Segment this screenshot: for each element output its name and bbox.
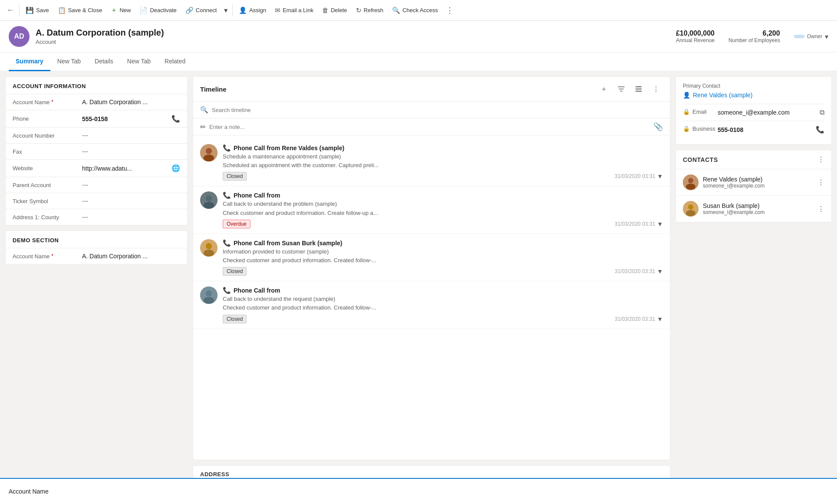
- field-value-fax[interactable]: ---: [82, 148, 180, 155]
- field-value-address-county[interactable]: ---: [82, 214, 180, 221]
- tab-newtab1[interactable]: New Tab: [50, 53, 88, 71]
- tab-details[interactable]: Details: [88, 53, 120, 71]
- contact-row-more-susan[interactable]: ⋮: [817, 205, 824, 213]
- field-value-ticker-symbol[interactable]: ---: [82, 198, 180, 204]
- website-icon[interactable]: 🌐: [171, 164, 180, 172]
- field-label-fax: Fax: [13, 148, 82, 155]
- timeline-search-bar: 🔍: [193, 102, 670, 119]
- new-button[interactable]: ＋ New: [106, 3, 135, 17]
- contact-info-rene: Rene Valdes (sample) someone_i@example.c…: [703, 176, 813, 189]
- account-info-header: ACCOUNT INFORMATION: [6, 77, 187, 94]
- field-value-account-name[interactable]: A. Datum Corporation ...: [82, 99, 180, 105]
- contacts-more-button[interactable]: ⋮: [817, 155, 824, 164]
- phone-call-icon2: 📞: [223, 191, 231, 199]
- timeline-header: Timeline ＋ ⋮: [193, 77, 670, 102]
- expand-chevron2[interactable]: ▼: [657, 221, 663, 227]
- timeline-avatar-susan: [200, 239, 217, 257]
- annual-revenue-value: £10,000,000: [676, 30, 715, 37]
- email-link-button[interactable]: ✉ Email a Link: [270, 4, 318, 17]
- expand-chevron3[interactable]: ▼: [657, 268, 663, 275]
- refresh-button[interactable]: ↻ Refresh: [352, 4, 388, 17]
- expand-chevron4[interactable]: ▼: [657, 316, 663, 323]
- field-phone: Phone 555-0158 📞: [6, 110, 187, 127]
- phone-call-icon4: 📞: [223, 287, 231, 294]
- delete-button[interactable]: 🗑 Delete: [318, 4, 352, 16]
- timeline-list-button[interactable]: [632, 82, 646, 96]
- employees-value: 6,200: [728, 30, 780, 37]
- call-business-button[interactable]: 📞: [816, 125, 824, 134]
- note-input[interactable]: [209, 124, 650, 130]
- employees-label: Number of Employees: [728, 37, 780, 43]
- check-access-icon: 🔍: [392, 7, 400, 14]
- field-account-name: Account Name * A. Datum Corporation ...: [6, 94, 187, 110]
- avatar: AD: [9, 26, 30, 47]
- deactivate-button[interactable]: 📄 Deactivate: [135, 4, 181, 17]
- timeline-item-footer: Closed 31/03/2020 03:31 ▼: [223, 315, 663, 323]
- timeline-more-button[interactable]: ⋮: [649, 82, 663, 96]
- owner-pill[interactable]: [794, 35, 804, 38]
- field-label-demo-account-name: Account Name *: [13, 253, 82, 260]
- right-panel: Primary Contact 👤 Rene Valdes (sample) 🔒…: [676, 76, 832, 483]
- assign-button[interactable]: 👤 Assign: [234, 4, 270, 17]
- phone-icon[interactable]: 📞: [171, 115, 180, 123]
- email-link-icon: ✉: [275, 7, 280, 14]
- header-title-section: A. Datum Corporation (sample) Account: [36, 28, 676, 45]
- timeline-search-input[interactable]: [212, 107, 663, 113]
- required-indicator2: *: [51, 253, 53, 259]
- contact-row-more-rene[interactable]: ⋮: [817, 178, 824, 187]
- save-button[interactable]: 💾 Save: [21, 4, 53, 17]
- tab-related[interactable]: Related: [158, 53, 192, 71]
- field-label-parent-account: Parent Account: [13, 182, 82, 188]
- expand-chevron[interactable]: ▼: [657, 173, 663, 180]
- timeline-item-footer: Overdue 31/03/2020 03:31 ▼: [223, 220, 663, 228]
- field-value-website[interactable]: http://www.adatu... 🌐: [82, 164, 180, 172]
- connect-button[interactable]: 🔗 Connect: [181, 4, 221, 17]
- attachment-icon[interactable]: 📎: [653, 122, 663, 132]
- record-title: A. Datum Corporation (sample): [36, 28, 676, 38]
- timeline-item-time: 31/03/2020 03:31 ▼: [615, 316, 663, 323]
- record-subtitle: Account: [36, 39, 676, 45]
- contact-name-rene[interactable]: Rene Valdes (sample): [703, 176, 813, 183]
- refresh-icon: ↻: [356, 7, 362, 14]
- assign-icon: 👤: [239, 7, 247, 14]
- note-pencil-icon: ✏: [200, 123, 206, 131]
- primary-contact-name[interactable]: 👤 Rene Valdes (sample): [683, 92, 824, 99]
- timeline-item-desc1: Schedule a maintenance appointment (samp…: [223, 153, 663, 161]
- timeline-item-desc2: Check customer and product information. …: [223, 209, 663, 217]
- save-close-button[interactable]: 📋 Save & Close: [53, 4, 107, 17]
- timeline-avatar-grey2: [200, 287, 217, 304]
- connect-icon: 🔗: [185, 7, 194, 14]
- field-value-account-number[interactable]: ---: [82, 132, 180, 139]
- search-icon: 🔍: [200, 106, 208, 114]
- bottom-field-label: Account Name: [9, 488, 49, 488]
- status-badge-closed2: Closed: [223, 267, 247, 276]
- field-address-county: Address 1: County ---: [6, 209, 187, 225]
- contact-name-susan[interactable]: Susan Burk (sample): [703, 202, 813, 209]
- check-access-button[interactable]: 🔍 Check Access: [388, 4, 442, 17]
- contact-email-rene: someone_i@example.com: [703, 183, 813, 189]
- tab-newtab2[interactable]: New Tab: [120, 53, 158, 71]
- owner-chevron[interactable]: ▾: [825, 33, 828, 41]
- timeline-add-button[interactable]: ＋: [597, 82, 611, 96]
- svg-rect-0: [636, 86, 642, 87]
- timeline-filter-button[interactable]: [614, 82, 628, 96]
- contacts-title: CONTACTS: [683, 156, 817, 163]
- contact-row-susan: Susan Burk (sample) someone_l@example.co…: [676, 196, 831, 222]
- annual-revenue-metric: £10,000,000 Annual Revenue: [676, 30, 715, 43]
- field-value-phone[interactable]: 555-0158 📞: [82, 115, 180, 123]
- tab-summary[interactable]: Summary: [9, 53, 50, 71]
- copy-email-button[interactable]: ⧉: [820, 109, 824, 116]
- contacts-card: CONTACTS ⋮ Rene Valdes (sample) someone_…: [676, 150, 832, 223]
- timeline-item-title: 📞 Phone Call from Rene Valdes (sample): [223, 144, 663, 152]
- delete-icon: 🗑: [322, 7, 329, 14]
- status-badge-overdue: Overdue: [223, 220, 250, 228]
- connect-dropdown[interactable]: ▼: [221, 4, 231, 16]
- more-button[interactable]: ⋮: [442, 3, 457, 18]
- field-value-demo-account-name[interactable]: A. Datum Corporation ...: [82, 253, 180, 260]
- svg-point-10: [206, 243, 212, 249]
- toolbar-divider: [19, 4, 20, 16]
- save-close-icon: 📋: [58, 7, 66, 14]
- timeline-item-desc1: Call back to understand the problem (sam…: [223, 200, 663, 208]
- field-value-parent-account[interactable]: ---: [82, 181, 180, 188]
- back-button[interactable]: ←: [3, 3, 17, 17]
